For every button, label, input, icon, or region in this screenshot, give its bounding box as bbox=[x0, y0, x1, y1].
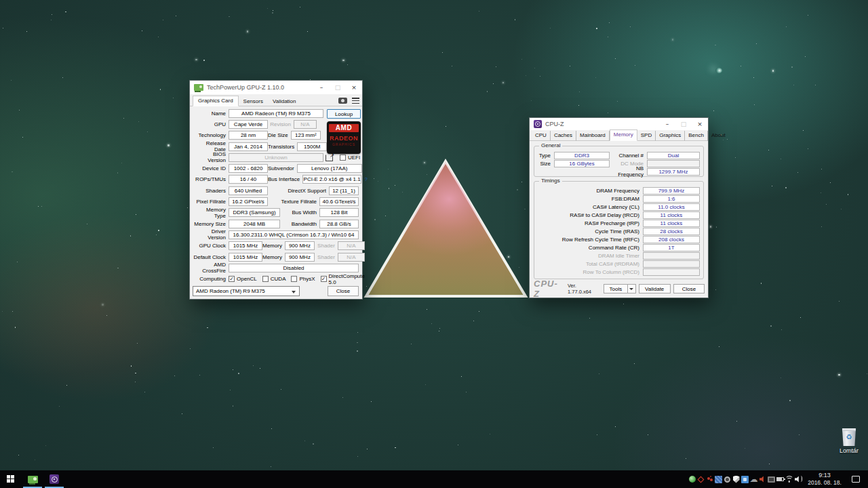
gpu-select-value: AMD Radeon (TM) R9 M375 bbox=[196, 288, 265, 294]
cuda-label: CUDA bbox=[271, 276, 286, 282]
action-center-button[interactable] bbox=[847, 476, 865, 483]
tab-graphics-card[interactable]: Graphics Card bbox=[193, 96, 239, 106]
share-bios-icon[interactable] bbox=[326, 153, 334, 161]
wallpaper-triangle bbox=[353, 150, 539, 306]
tab-sensors[interactable]: Sensors bbox=[239, 97, 268, 106]
channel-value: Dual bbox=[647, 152, 700, 159]
field-label: Bus Interface bbox=[268, 176, 302, 182]
field-label: Subvendor bbox=[268, 165, 297, 171]
bus-width-value: 128 Bit bbox=[319, 208, 359, 217]
recycle-bin-label: Lomtár bbox=[830, 447, 868, 454]
gpu-select-dropdown[interactable]: AMD Radeon (TM) R9 M375 bbox=[193, 286, 300, 296]
row-driver: Driver Version 16.300.2311.0 WHQL (Crims… bbox=[193, 229, 359, 240]
tab-mainboard[interactable]: Mainboard bbox=[576, 131, 610, 141]
dc-mode-value bbox=[647, 160, 700, 167]
shaders-value: 640 Unified bbox=[229, 186, 268, 195]
audio-manager-tray-icon[interactable] bbox=[758, 470, 767, 488]
row-shaders: Shaders 640 Unified DirectX Support 12 (… bbox=[193, 185, 359, 196]
antivirus-tray-icon[interactable] bbox=[688, 470, 696, 488]
blue-texture-tray-icon[interactable] bbox=[714, 470, 723, 488]
system-tray: ☁ 9:13 2016. 08. 18. bbox=[688, 470, 868, 488]
memory-type-value: DDR3 bbox=[554, 152, 610, 159]
general-groupbox: General Type DDR3 Size 16 GBytes Channel… bbox=[534, 146, 704, 177]
gpuz-window-title: TechPowerUp GPU-Z 1.10.0 bbox=[207, 84, 284, 91]
release-date-value: Jan 4, 2014 bbox=[229, 142, 268, 151]
blue-app-tray-icon[interactable] bbox=[741, 470, 749, 488]
cpuz-window-title: CPU-Z bbox=[545, 121, 564, 127]
subvendor-value: Lenovo (17AA) bbox=[297, 164, 362, 173]
directcompute-checkbox[interactable]: ✓ bbox=[321, 276, 327, 282]
directcompute-label: DirectCompute 5.0 bbox=[329, 273, 365, 285]
trfc-value: 208 clocks bbox=[643, 236, 700, 243]
memory-type-value: DDR3 (Samsung) bbox=[229, 208, 280, 217]
onedrive-cloud-tray-icon[interactable]: ☁ bbox=[749, 470, 758, 488]
minimize-icon[interactable]: – bbox=[313, 81, 330, 94]
taskbar-clock[interactable]: 9:13 2016. 08. 18. bbox=[802, 472, 847, 487]
cas-latency-value: 11.0 clocks bbox=[643, 203, 700, 211]
power-tray-icon[interactable] bbox=[776, 470, 785, 488]
row-device-id: Device ID 1002 - 6820 Subvendor Lenovo (… bbox=[193, 163, 359, 174]
gpu-clock-memory-value: 900 MHz bbox=[285, 241, 315, 250]
tab-graphics[interactable]: Graphics bbox=[656, 131, 685, 141]
revision-value: N/A bbox=[294, 120, 317, 129]
cpuz-version-text: Ver. 1.77.0.x64 bbox=[568, 283, 601, 295]
lookup-button[interactable]: Lookup bbox=[327, 109, 361, 119]
taskbar-gpuz-button[interactable] bbox=[22, 470, 43, 488]
tab-validation[interactable]: Validation bbox=[268, 97, 301, 106]
volume-tray-icon[interactable] bbox=[793, 470, 802, 488]
screenshot-camera-icon[interactable] bbox=[338, 98, 347, 104]
recycle-bin-icon[interactable]: ♻ bbox=[842, 428, 856, 446]
tab-about[interactable]: About bbox=[708, 131, 729, 141]
cuda-checkbox[interactable] bbox=[262, 276, 269, 282]
cpuz-titlebar[interactable]: CPU-Z – □ × bbox=[530, 118, 708, 130]
rops-tmus-value: 16 / 40 bbox=[229, 175, 268, 184]
technology-value: 28 nm bbox=[229, 131, 268, 140]
total-cas-value bbox=[643, 260, 700, 268]
gpu-value: Cape Verde bbox=[229, 120, 268, 129]
tools-button-label: Tools bbox=[610, 286, 623, 292]
recycle-bin[interactable]: ♻ Lomtár bbox=[830, 428, 868, 454]
help-icon[interactable]: ? bbox=[363, 176, 369, 183]
tools-dropdown-icon[interactable] bbox=[627, 285, 635, 293]
default-clock-shader-value: N/A bbox=[338, 253, 365, 262]
minimize-icon[interactable]: – bbox=[659, 118, 675, 130]
validate-button[interactable]: Validate bbox=[639, 284, 671, 293]
physx-checkbox[interactable] bbox=[291, 276, 297, 282]
cpuz-app-icon bbox=[534, 120, 542, 128]
start-button[interactable] bbox=[0, 470, 22, 488]
default-clock-value: 1015 MHz bbox=[229, 253, 262, 262]
field-label: Shader bbox=[315, 243, 338, 249]
taskbar-cpuz-button[interactable] bbox=[43, 470, 65, 488]
field-label: RAS# to CAS# Delay (tRCD) bbox=[538, 212, 643, 218]
field-label: Cycle Time (tRAS) bbox=[538, 228, 643, 235]
gpuz-close-button[interactable]: Close bbox=[328, 286, 359, 296]
amd-gaming-tray-icon[interactable] bbox=[696, 470, 705, 488]
tools-button[interactable]: Tools bbox=[604, 284, 635, 293]
tab-caches[interactable]: Caches bbox=[551, 131, 576, 141]
tab-spd[interactable]: SPD bbox=[637, 131, 656, 141]
cpuz-close-button[interactable]: Close bbox=[673, 284, 705, 293]
menu-hamburger-icon[interactable] bbox=[352, 98, 359, 104]
trcd-value: 11 clocks bbox=[643, 211, 700, 219]
tab-bench[interactable]: Bench bbox=[685, 131, 708, 141]
cherries-utility-tray-icon[interactable] bbox=[705, 470, 714, 488]
tab-memory[interactable]: Memory bbox=[610, 129, 637, 141]
opencl-checkbox[interactable]: ✓ bbox=[229, 276, 235, 282]
eye-monitor-tray-icon[interactable] bbox=[723, 470, 732, 488]
close-icon[interactable]: × bbox=[346, 81, 362, 94]
wifi-tray-icon[interactable] bbox=[785, 470, 793, 488]
row-to-column-value bbox=[643, 268, 700, 276]
uefi-checkbox[interactable] bbox=[340, 155, 346, 161]
taskbar: ☁ 9:13 2016. 08. 18. bbox=[0, 470, 868, 488]
field-label: AMD CrossFire bbox=[193, 262, 229, 274]
field-label: Size bbox=[538, 161, 554, 167]
tab-cpu[interactable]: CPU bbox=[532, 131, 551, 141]
die-size-value: 123 mm² bbox=[291, 131, 321, 140]
crossfire-value: Disabled bbox=[229, 264, 359, 272]
display-utility-tray-icon[interactable] bbox=[767, 470, 776, 488]
close-icon[interactable]: × bbox=[692, 118, 708, 130]
field-label: Row Refresh Cycle Time (tRFC) bbox=[538, 237, 643, 243]
field-label: Type bbox=[538, 152, 554, 159]
defender-tray-icon[interactable] bbox=[732, 470, 741, 488]
gpuz-titlebar[interactable]: TechPowerUp GPU-Z 1.10.0 – □ × bbox=[190, 81, 362, 94]
